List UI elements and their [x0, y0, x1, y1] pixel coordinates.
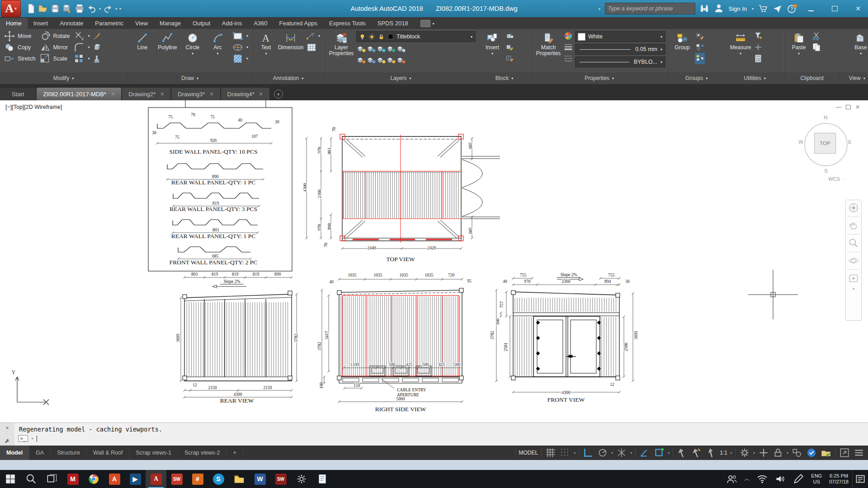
quick-select-icon[interactable] [753, 30, 763, 42]
layout-tab-scrap2[interactable]: Scrap views-2 [178, 446, 227, 460]
app-menu-button[interactable]: A▾ [1, 0, 21, 17]
model-space-canvas[interactable]: 92675707540303075107SIDE WALL PANEL-QTY:… [0, 100, 868, 422]
taskbar-app-solidworks2[interactable]: SW [270, 470, 291, 488]
panel-label-draw[interactable]: Draw▾ [128, 72, 252, 84]
stretch-button[interactable]: Stretch [2, 53, 38, 64]
search-icon[interactable] [699, 3, 710, 14]
layer-freeze-icon[interactable] [376, 43, 386, 54]
command-line-window[interactable]: ✕ Regenerating model - caching viewports… [0, 422, 868, 446]
copy-button[interactable]: Copy [2, 42, 38, 53]
pan-icon[interactable] [848, 220, 859, 231]
start-button[interactable] [0, 470, 21, 488]
isometric-drafting-icon[interactable] [616, 447, 627, 459]
language-indicator[interactable]: ENGUS [807, 473, 826, 485]
measure-button[interactable]: Measure▾ [728, 30, 753, 71]
viewcube-north[interactable]: N [824, 115, 827, 120]
panel-label-groups[interactable]: Groups▾ [668, 72, 726, 84]
tab-annotate[interactable]: Annotate [54, 18, 89, 29]
taskbar-app-word[interactable]: W [250, 470, 270, 488]
viewcube-west[interactable]: W [798, 139, 803, 145]
rectangle-button[interactable]: ▾ [230, 30, 250, 42]
workspace-switching-icon[interactable] [739, 447, 750, 459]
ellipse-button[interactable]: ▾ [230, 42, 250, 53]
annotation-monitor-icon[interactable] [758, 447, 769, 459]
taskbar-app-solidworks[interactable]: SW [166, 470, 187, 488]
tab-a360[interactable]: A360 [248, 18, 273, 29]
isolate-objects-icon[interactable] [791, 447, 803, 459]
taskbar-settings[interactable] [291, 470, 312, 488]
navbar-caret[interactable]: ▾ [853, 287, 854, 291]
sign-in-caret[interactable]: ▾ [752, 7, 754, 11]
plot-icon[interactable] [74, 3, 85, 14]
taskbar-app-notepad[interactable] [312, 470, 333, 488]
grid-display-icon[interactable] [545, 447, 557, 459]
close-tab-icon[interactable]: ✕ [209, 91, 213, 97]
new-drawing-button[interactable]: + [274, 89, 283, 99]
taskbar-app-media-player[interactable]: ▶ [125, 470, 146, 488]
layer-properties-button[interactable]: Layer Properties [326, 30, 356, 71]
annotation-scale-icon[interactable] [705, 447, 717, 459]
erase-icon[interactable] [92, 30, 102, 42]
model-space-toggle[interactable]: MODEL [519, 450, 538, 456]
panel-label-annotation[interactable]: Annotation▾ [253, 72, 324, 84]
tab-insert[interactable]: Insert [28, 18, 54, 29]
taskbar-app-edrawings[interactable]: # [187, 470, 208, 488]
viewport-controls[interactable]: [−][Top][2D Wireframe] [5, 104, 62, 110]
cut-icon[interactable] [811, 30, 821, 42]
maximize-button[interactable] [825, 2, 844, 15]
layer-turnall-icon[interactable] [356, 54, 366, 66]
tab-featured-apps[interactable]: Featured Apps [274, 18, 324, 29]
zoom-icon[interactable] [848, 237, 859, 249]
orbit-icon[interactable] [848, 255, 859, 267]
qat-customize-caret[interactable]: ▾ [119, 7, 121, 11]
command-customize-icon[interactable] [4, 438, 10, 444]
tab-drawing2[interactable]: Drawing2*✕ [122, 88, 170, 100]
edit-attributes-icon[interactable] [505, 53, 515, 64]
explode-icon[interactable] [92, 42, 102, 53]
panel-label-layers[interactable]: Layers▾ [325, 72, 477, 84]
undo-caret[interactable]: ▾ [99, 7, 101, 11]
redo-caret[interactable]: ▾ [115, 7, 117, 11]
people-icon[interactable] [723, 473, 741, 485]
base-button[interactable]: Base▾ [848, 30, 868, 71]
tab-current-drawing[interactable]: ZI082.00R1-2017-MDB*✕ [37, 88, 121, 100]
circle-button[interactable]: Circle▾ [180, 30, 205, 71]
edit-block-icon[interactable] [505, 42, 515, 53]
group-edit-icon[interactable] [695, 30, 705, 42]
tab-home[interactable]: Home [0, 18, 28, 29]
object-snap-tracking-icon[interactable] [639, 447, 651, 459]
ungroup-icon[interactable] [695, 42, 705, 53]
vp-minimize-icon[interactable]: — [836, 104, 841, 110]
mirror-button[interactable]: Mirror [38, 42, 72, 53]
network-icon[interactable] [753, 473, 771, 485]
close-tab-icon[interactable]: ✕ [259, 91, 263, 97]
close-tab-icon[interactable]: ✕ [111, 91, 115, 97]
layout-tab-ga[interactable]: GA [29, 446, 51, 460]
viewcube[interactable]: N W E S TOP [801, 116, 851, 174]
hardware-acceleration-icon[interactable] [806, 447, 817, 459]
linetype-icon[interactable] [563, 53, 573, 64]
exchange-apps-icon[interactable] [758, 3, 769, 14]
panel-label-view[interactable]: View▾≫ [840, 72, 868, 84]
taskbar-app-autocad[interactable]: A [146, 470, 166, 488]
volume-icon[interactable] [771, 473, 789, 485]
polar-tracking-icon[interactable] [597, 447, 609, 459]
trim-button[interactable]: ▾ [71, 30, 92, 42]
tab-view[interactable]: View [129, 18, 154, 29]
taskbar-app-skype[interactable]: S [208, 470, 229, 488]
command-close-icon[interactable]: ✕ [6, 425, 9, 431]
linetype-dropdown[interactable]: BYBLO...▾ [575, 56, 665, 67]
taskbar-app-autodesk[interactable]: A [104, 470, 125, 488]
layer-thawall-icon[interactable] [376, 54, 386, 66]
layer-unlock-icon[interactable] [386, 54, 396, 66]
layer-dropdown[interactable]: Titleblock ▾ [356, 31, 476, 42]
help-icon[interactable]: ? [787, 3, 797, 14]
panel-label-modify[interactable]: Modify▾ [0, 72, 127, 84]
clean-screen-icon[interactable] [839, 447, 850, 459]
tab-start[interactable]: Start [0, 88, 36, 100]
tab-express-tools[interactable]: Express Tools [323, 18, 372, 29]
minimize-button[interactable] [801, 2, 821, 15]
user-icon[interactable] [713, 3, 724, 14]
color-wheel-icon[interactable] [563, 30, 573, 42]
lineweight-icon[interactable] [563, 42, 573, 53]
